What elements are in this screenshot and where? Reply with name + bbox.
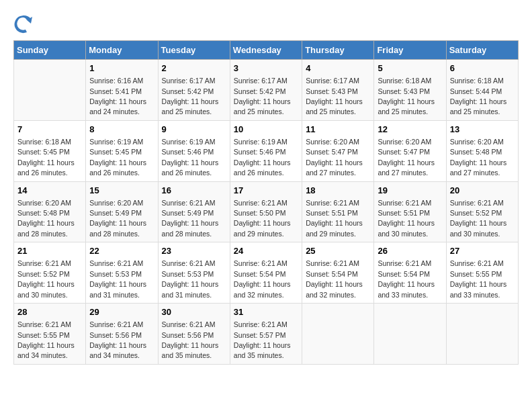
day-info: Sunrise: 6:20 AMSunset: 5:48 PMDaylight:… [450,138,507,177]
calendar-cell: 11 Sunrise: 6:20 AMSunset: 5:47 PMDaylig… [302,120,374,181]
day-number: 24 [234,245,298,257]
day-info: Sunrise: 6:17 AMSunset: 5:43 PMDaylight:… [306,77,363,116]
day-info: Sunrise: 6:20 AMSunset: 5:49 PMDaylight:… [89,199,146,238]
calendar-cell: 13 Sunrise: 6:20 AMSunset: 5:48 PMDaylig… [446,120,518,181]
day-number: 14 [17,185,82,197]
day-info: Sunrise: 6:18 AMSunset: 5:45 PMDaylight:… [17,138,75,177]
day-info: Sunrise: 6:19 AMSunset: 5:46 PMDaylight:… [162,138,219,177]
day-info: Sunrise: 6:20 AMSunset: 5:48 PMDaylight:… [17,199,75,238]
day-number: 15 [89,185,154,197]
day-number: 27 [450,245,515,257]
day-info: Sunrise: 6:21 AMSunset: 5:53 PMDaylight:… [89,259,146,298]
calendar-cell [446,304,518,365]
day-info: Sunrise: 6:21 AMSunset: 5:54 PMDaylight:… [306,259,363,298]
day-number: 5 [378,62,442,75]
day-number: 4 [306,62,370,75]
logo [13,13,36,34]
day-number: 20 [450,185,515,197]
calendar-cell: 19 Sunrise: 6:21 AMSunset: 5:51 PMDaylig… [374,181,446,242]
calendar-cell: 21 Sunrise: 6:21 AMSunset: 5:52 PMDaylig… [14,242,86,304]
day-info: Sunrise: 6:21 AMSunset: 5:51 PMDaylight:… [378,199,435,238]
header-day: Saturday [446,41,518,60]
day-info: Sunrise: 6:21 AMSunset: 5:56 PMDaylight:… [162,320,219,359]
header-day: Thursday [302,41,374,60]
day-number: 10 [234,124,298,136]
calendar-cell: 24 Sunrise: 6:21 AMSunset: 5:54 PMDaylig… [230,242,302,304]
calendar-cell: 9 Sunrise: 6:19 AMSunset: 5:46 PMDayligh… [158,120,230,181]
day-info: Sunrise: 6:21 AMSunset: 5:52 PMDaylight:… [450,199,507,238]
header-day: Wednesday [230,41,302,60]
day-info: Sunrise: 6:18 AMSunset: 5:44 PMDaylight:… [450,77,507,116]
calendar-cell: 3 Sunrise: 6:17 AMSunset: 5:42 PMDayligh… [230,60,302,121]
day-info: Sunrise: 6:21 AMSunset: 5:54 PMDaylight:… [234,259,291,298]
calendar-body: 1 Sunrise: 6:16 AMSunset: 5:41 PMDayligh… [14,60,519,365]
calendar-cell: 20 Sunrise: 6:21 AMSunset: 5:52 PMDaylig… [446,181,518,242]
day-number: 3 [234,62,298,75]
calendar-cell: 18 Sunrise: 6:21 AMSunset: 5:51 PMDaylig… [302,181,374,242]
day-number: 26 [378,245,442,257]
calendar-cell [302,304,374,365]
week-row: 7 Sunrise: 6:18 AMSunset: 5:45 PMDayligh… [14,120,519,181]
day-info: Sunrise: 6:21 AMSunset: 5:51 PMDaylight:… [306,199,363,238]
day-info: Sunrise: 6:18 AMSunset: 5:43 PMDaylight:… [378,77,435,116]
calendar-cell: 6 Sunrise: 6:18 AMSunset: 5:44 PMDayligh… [446,60,518,121]
day-number: 23 [162,245,226,257]
day-number: 11 [306,124,370,136]
day-number: 1 [89,62,154,75]
calendar-cell: 12 Sunrise: 6:20 AMSunset: 5:47 PMDaylig… [374,120,446,181]
day-number: 29 [89,306,154,318]
week-row: 21 Sunrise: 6:21 AMSunset: 5:52 PMDaylig… [14,242,519,304]
day-info: Sunrise: 6:17 AMSunset: 5:42 PMDaylight:… [162,77,219,116]
day-number: 7 [17,124,82,136]
calendar-cell: 30 Sunrise: 6:21 AMSunset: 5:56 PMDaylig… [158,304,230,365]
day-info: Sunrise: 6:21 AMSunset: 5:56 PMDaylight:… [89,320,146,359]
header-row: SundayMondayTuesdayWednesdayThursdayFrid… [14,41,519,60]
calendar-cell: 17 Sunrise: 6:21 AMSunset: 5:50 PMDaylig… [230,181,302,242]
day-info: Sunrise: 6:19 AMSunset: 5:46 PMDaylight:… [234,138,291,177]
calendar-cell: 16 Sunrise: 6:21 AMSunset: 5:49 PMDaylig… [158,181,230,242]
day-number: 8 [89,124,154,136]
day-number: 30 [162,306,226,318]
day-number: 22 [89,245,154,257]
calendar-cell: 25 Sunrise: 6:21 AMSunset: 5:54 PMDaylig… [302,242,374,304]
header [13,13,519,34]
day-number: 19 [378,185,442,197]
header-day: Tuesday [158,41,230,60]
day-info: Sunrise: 6:17 AMSunset: 5:42 PMDaylight:… [234,77,291,116]
logo-icon [13,13,34,34]
calendar-cell: 10 Sunrise: 6:19 AMSunset: 5:46 PMDaylig… [230,120,302,181]
day-number: 2 [162,62,226,75]
calendar-table: SundayMondayTuesdayWednesdayThursdayFrid… [13,40,519,365]
calendar-cell: 22 Sunrise: 6:21 AMSunset: 5:53 PMDaylig… [86,242,158,304]
calendar-cell: 1 Sunrise: 6:16 AMSunset: 5:41 PMDayligh… [86,60,158,121]
day-number: 6 [450,62,515,75]
calendar-cell: 26 Sunrise: 6:21 AMSunset: 5:54 PMDaylig… [374,242,446,304]
day-info: Sunrise: 6:21 AMSunset: 5:49 PMDaylight:… [162,199,219,238]
week-row: 14 Sunrise: 6:20 AMSunset: 5:48 PMDaylig… [14,181,519,242]
day-info: Sunrise: 6:20 AMSunset: 5:47 PMDaylight:… [306,138,363,177]
day-number: 12 [378,124,442,136]
day-number: 18 [306,185,370,197]
day-number: 16 [162,185,226,197]
day-number: 31 [234,306,298,318]
calendar-cell: 5 Sunrise: 6:18 AMSunset: 5:43 PMDayligh… [374,60,446,121]
calendar-cell: 15 Sunrise: 6:20 AMSunset: 5:49 PMDaylig… [86,181,158,242]
header-day: Monday [86,41,158,60]
day-info: Sunrise: 6:21 AMSunset: 5:57 PMDaylight:… [234,320,291,359]
calendar-cell: 7 Sunrise: 6:18 AMSunset: 5:45 PMDayligh… [14,120,86,181]
header-day: Friday [374,41,446,60]
day-info: Sunrise: 6:21 AMSunset: 5:55 PMDaylight:… [450,259,507,298]
calendar-header: SundayMondayTuesdayWednesdayThursdayFrid… [14,41,519,60]
day-info: Sunrise: 6:21 AMSunset: 5:54 PMDaylight:… [378,259,435,298]
day-info: Sunrise: 6:21 AMSunset: 5:52 PMDaylight:… [17,259,75,298]
calendar-cell: 27 Sunrise: 6:21 AMSunset: 5:55 PMDaylig… [446,242,518,304]
day-number: 13 [450,124,515,136]
calendar-cell: 31 Sunrise: 6:21 AMSunset: 5:57 PMDaylig… [230,304,302,365]
day-number: 17 [234,185,298,197]
calendar-cell: 4 Sunrise: 6:17 AMSunset: 5:43 PMDayligh… [302,60,374,121]
calendar-cell [14,60,86,121]
header-day: Sunday [14,41,86,60]
calendar-cell: 2 Sunrise: 6:17 AMSunset: 5:42 PMDayligh… [158,60,230,121]
calendar-cell: 23 Sunrise: 6:21 AMSunset: 5:53 PMDaylig… [158,242,230,304]
day-number: 28 [17,306,82,318]
